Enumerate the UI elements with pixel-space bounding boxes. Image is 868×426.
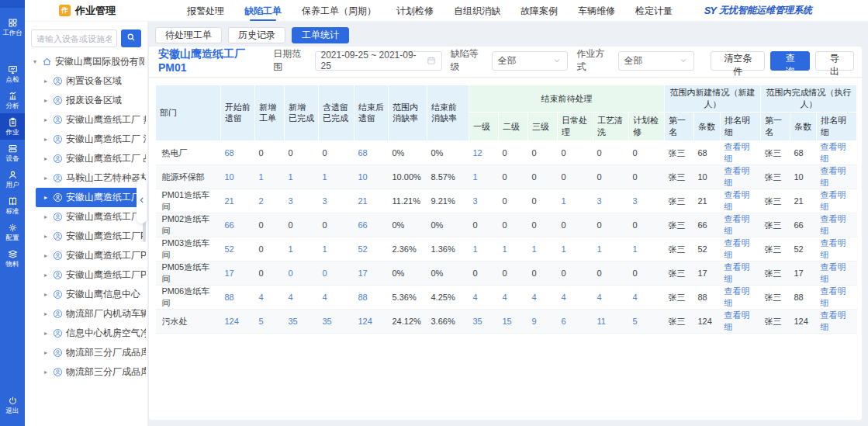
view-detail-link[interactable]: 查看明细 <box>724 214 750 235</box>
work-mode-select[interactable]: 全部 <box>618 51 695 71</box>
cell-value[interactable]: 4 <box>255 286 285 310</box>
cell-value[interactable]: 11 <box>593 310 629 334</box>
rail-item-job[interactable]: 作业 <box>0 113 25 140</box>
cell-value[interactable]: 4 <box>469 286 499 310</box>
cell-value[interactable]: 4 <box>558 286 593 310</box>
rail-item-dashboard[interactable]: 工作台 <box>0 14 25 40</box>
cell-value[interactable]: 35 <box>285 310 319 334</box>
view-detail-link[interactable]: 查看明细 <box>724 190 750 211</box>
cell-value[interactable]: 17 <box>221 261 255 286</box>
cell-value[interactable]: 3 <box>285 189 319 213</box>
cell-value[interactable]: 1 <box>629 237 665 261</box>
cell-value[interactable]: 68 <box>221 141 255 165</box>
view-detail-link[interactable]: 查看明细 <box>724 262 750 283</box>
cell-value[interactable]: 2 <box>255 189 285 213</box>
view-detail-link[interactable]: 查看明细 <box>724 310 750 331</box>
search-input[interactable] <box>31 29 117 47</box>
cell-value[interactable]: 17 <box>354 261 389 286</box>
menu-item[interactable]: 保养工单（周期） <box>302 0 376 22</box>
cell-value[interactable]: 1 <box>285 165 319 189</box>
cell-value[interactable]: 0 <box>319 261 354 286</box>
cell-value[interactable]: 1 <box>469 237 499 261</box>
cell-value[interactable]: 35 <box>319 310 354 334</box>
cell-value[interactable]: 124 <box>221 310 255 334</box>
search-button[interactable] <box>121 29 141 47</box>
cell-value[interactable]: 124 <box>354 310 389 334</box>
tree-item[interactable]: ▸安徽山鹰造纸工厂 热电厂 <box>25 110 147 130</box>
tab-历史记录[interactable]: 历史记录 <box>228 27 285 43</box>
cell-value[interactable]: 4 <box>593 286 629 310</box>
sidebar-collapse-handle[interactable] <box>137 178 147 223</box>
query-button[interactable]: 查 询 <box>770 51 809 71</box>
tree-root-company[interactable]: ▾ 安徽山鹰国际股份有限公司 <box>25 52 147 71</box>
cell-value[interactable]: 10 <box>221 165 255 189</box>
tree-item[interactable]: ▸安徽山鹰造纸工厂PM06 <box>25 265 147 285</box>
rail-item-standard[interactable]: 标准 <box>0 192 25 219</box>
cell-value[interactable]: 1 <box>558 189 593 213</box>
cell-value[interactable]: 1 <box>528 237 558 261</box>
cell-value[interactable]: 1 <box>319 165 354 189</box>
view-detail-link[interactable]: 查看明细 <box>821 142 846 163</box>
cell-value[interactable]: 1 <box>593 237 629 261</box>
cell-value[interactable]: 66 <box>221 213 255 237</box>
view-detail-link[interactable]: 查看明细 <box>821 238 846 259</box>
tree-item[interactable]: ▸安徽山鹰造纸工厂PM02 <box>25 207 147 227</box>
tree-item[interactable]: ▸安徽山鹰造纸工厂 污水处 <box>25 130 147 149</box>
tree-item[interactable]: ▸闲置设备区域 <box>25 71 147 91</box>
menu-item[interactable]: 计划检修 <box>396 0 434 22</box>
cell-value[interactable]: 10 <box>354 165 389 189</box>
view-detail-link[interactable]: 查看明细 <box>821 262 846 283</box>
cell-value[interactable]: 1 <box>558 237 593 261</box>
view-detail-link[interactable]: 查看明细 <box>821 214 846 235</box>
cell-value[interactable]: 21 <box>354 189 389 213</box>
cell-value[interactable]: 1 <box>285 237 319 261</box>
tree-item[interactable]: ▸安徽山鹰造纸工厂PM04 <box>25 246 147 265</box>
cell-value[interactable]: 68 <box>354 141 389 165</box>
tree-item[interactable]: ▸安徽山鹰造纸工厂PM01 <box>36 188 146 207</box>
cell-value[interactable]: 3 <box>469 189 499 213</box>
rail-item-power[interactable]: 退出 <box>0 392 25 418</box>
clear-filters-button[interactable]: 清空条件 <box>711 51 765 71</box>
tree-item[interactable]: ▸安徽山鹰信息中心 <box>25 285 147 304</box>
view-detail-link[interactable]: 查看明细 <box>724 238 750 259</box>
menu-item[interactable]: 自组织消缺 <box>454 0 500 22</box>
cell-value[interactable]: 35 <box>469 310 499 334</box>
cell-value[interactable]: 4 <box>499 286 528 310</box>
cell-value[interactable]: 1 <box>499 237 528 261</box>
cell-value[interactable]: 1 <box>319 237 354 261</box>
cell-value[interactable]: 88 <box>221 286 255 310</box>
cell-value[interactable]: 52 <box>221 237 255 261</box>
view-detail-link[interactable]: 查看明细 <box>821 310 846 331</box>
view-detail-link[interactable]: 查看明细 <box>724 166 750 187</box>
tree-item[interactable]: ▸马鞍山工艺特种器材使用 <box>25 168 147 188</box>
cell-value[interactable]: 88 <box>354 286 389 310</box>
cell-value[interactable]: 15 <box>499 310 528 334</box>
view-detail-link[interactable]: 查看明细 <box>821 190 846 211</box>
tree-item[interactable]: ▸物流部厂内机动车辆抱夹 <box>25 304 147 324</box>
cell-value[interactable]: 52 <box>354 237 389 261</box>
menu-item[interactable]: 车辆维修 <box>578 0 615 22</box>
menu-item[interactable]: 故障案例 <box>520 0 558 22</box>
tab-工单统计[interactable]: 工单统计 <box>292 27 349 43</box>
menu-item[interactable]: 报警处理 <box>187 0 224 22</box>
cell-value[interactable]: 3 <box>593 189 629 213</box>
cell-value[interactable]: 4 <box>629 286 665 310</box>
cell-value[interactable]: 12 <box>469 141 499 165</box>
rail-item-analysis[interactable]: 分析 <box>0 87 25 113</box>
export-button[interactable]: 导 出 <box>815 51 854 71</box>
view-detail-link[interactable]: 查看明细 <box>821 166 846 187</box>
view-detail-link[interactable]: 查看明细 <box>724 286 750 307</box>
tree-item[interactable]: ▸安徽山鹰造纸工厂PM03 <box>25 227 147 246</box>
cell-value[interactable]: 5 <box>255 310 285 334</box>
cell-value[interactable]: 0 <box>285 261 319 286</box>
cell-value[interactable]: 9 <box>528 310 558 334</box>
cell-value[interactable]: 66 <box>354 213 389 237</box>
menu-item[interactable]: 缺陷工单 <box>244 0 282 22</box>
cell-value[interactable]: 4 <box>319 286 354 310</box>
cell-value[interactable]: 1 <box>255 165 285 189</box>
rail-item-material[interactable]: 物料 <box>0 245 25 272</box>
view-detail-link[interactable]: 查看明细 <box>724 142 750 163</box>
cell-value[interactable]: 6 <box>558 310 593 334</box>
rail-item-device[interactable]: 设备 <box>0 140 25 166</box>
cell-value[interactable]: 5 <box>629 310 665 334</box>
